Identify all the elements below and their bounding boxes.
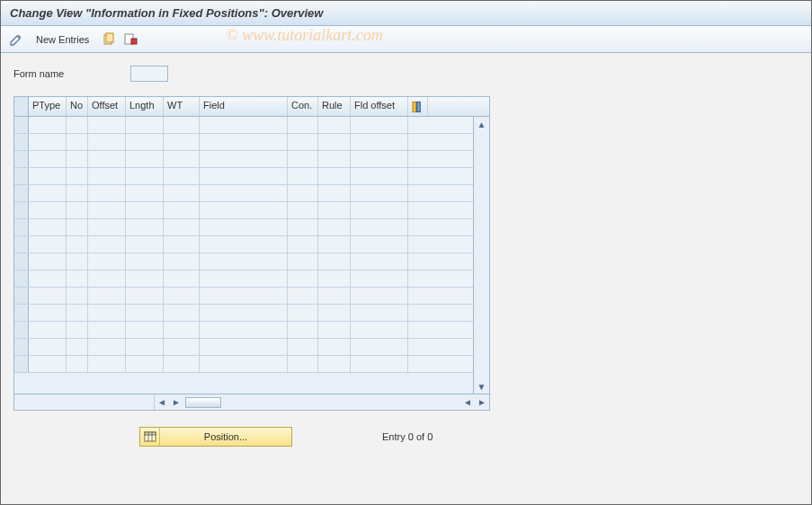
cell[interactable]	[126, 288, 164, 304]
table-row[interactable]	[14, 305, 473, 322]
cell[interactable]	[164, 168, 200, 184]
cell[interactable]	[318, 322, 351, 338]
col-field[interactable]: Field	[200, 97, 288, 116]
col-offset[interactable]: Offset	[88, 97, 126, 116]
cell[interactable]	[288, 236, 318, 252]
cell[interactable]	[29, 305, 67, 321]
cell[interactable]	[164, 270, 200, 287]
scroll-down-icon[interactable]: ▼	[475, 379, 489, 394]
table-row[interactable]	[14, 134, 473, 151]
cell[interactable]	[200, 168, 288, 184]
cell[interactable]	[29, 151, 67, 167]
cell[interactable]	[318, 168, 351, 184]
cell[interactable]	[67, 219, 88, 235]
table-row[interactable]	[14, 288, 473, 305]
cell[interactable]	[88, 270, 126, 287]
cell[interactable]	[200, 117, 288, 133]
row-selector[interactable]	[14, 253, 29, 270]
cell[interactable]	[88, 356, 126, 372]
cell[interactable]	[318, 305, 351, 321]
cell[interactable]	[29, 356, 67, 372]
position-button[interactable]: Position...	[139, 427, 292, 447]
row-selector[interactable]	[14, 117, 29, 133]
cell[interactable]	[164, 236, 200, 252]
cell[interactable]	[88, 202, 126, 218]
cell[interactable]	[318, 202, 351, 218]
cell[interactable]	[318, 151, 351, 167]
cell[interactable]	[126, 253, 164, 270]
col-no[interactable]: No	[67, 97, 88, 116]
row-selector[interactable]	[14, 219, 29, 235]
cell[interactable]	[164, 305, 200, 321]
cell[interactable]	[88, 253, 126, 270]
cell[interactable]	[126, 151, 164, 167]
cell[interactable]	[318, 270, 351, 287]
cell[interactable]	[67, 322, 88, 338]
cell[interactable]	[126, 270, 164, 287]
cell[interactable]	[200, 305, 288, 321]
cell[interactable]	[88, 236, 126, 252]
cell[interactable]	[200, 236, 288, 252]
cell[interactable]	[126, 356, 164, 372]
cell[interactable]	[288, 134, 318, 150]
cell[interactable]	[200, 288, 288, 304]
scroll-left-icon[interactable]: ◄	[155, 395, 169, 410]
cell[interactable]	[288, 117, 318, 133]
cell[interactable]	[67, 202, 88, 218]
cell[interactable]	[164, 339, 200, 355]
cell[interactable]	[88, 288, 126, 304]
vertical-scrollbar[interactable]: ▲ ▼	[473, 117, 489, 394]
cell[interactable]	[200, 339, 288, 355]
cell[interactable]	[164, 288, 200, 304]
cell[interactable]	[164, 219, 200, 235]
cell[interactable]	[351, 168, 408, 184]
cell[interactable]	[88, 134, 126, 150]
cell[interactable]	[288, 356, 318, 372]
row-selector[interactable]	[14, 270, 29, 287]
col-fldoffset[interactable]: Fld offset	[351, 97, 408, 116]
configure-columns-icon[interactable]	[408, 97, 428, 116]
cell[interactable]	[318, 185, 351, 201]
cell[interactable]	[67, 134, 88, 150]
cell[interactable]	[29, 168, 67, 184]
table-row[interactable]	[14, 322, 473, 339]
cell[interactable]	[318, 253, 351, 270]
cell[interactable]	[67, 151, 88, 167]
cell[interactable]	[288, 253, 318, 270]
cell[interactable]	[200, 270, 288, 287]
cell[interactable]	[67, 270, 88, 287]
cell[interactable]	[200, 202, 288, 218]
cell[interactable]	[88, 117, 126, 133]
table-row[interactable]	[14, 270, 473, 288]
cell[interactable]	[126, 202, 164, 218]
cell[interactable]	[318, 219, 351, 235]
table-row[interactable]	[14, 168, 473, 185]
table-row[interactable]	[14, 219, 473, 236]
cell[interactable]	[351, 288, 408, 304]
cell[interactable]	[288, 151, 318, 167]
cell[interactable]	[29, 322, 67, 338]
cell[interactable]	[318, 339, 351, 355]
cell[interactable]	[126, 117, 164, 133]
cell[interactable]	[288, 202, 318, 218]
copy-as-icon[interactable]	[101, 31, 117, 48]
col-wt[interactable]: WT	[164, 97, 200, 116]
cell[interactable]	[126, 322, 164, 338]
cell[interactable]	[318, 356, 351, 372]
cell[interactable]	[164, 117, 200, 133]
cell[interactable]	[126, 185, 164, 201]
cell[interactable]	[288, 168, 318, 184]
cell[interactable]	[29, 185, 67, 201]
cell[interactable]	[29, 339, 67, 355]
scroll-right-icon[interactable]: ►	[169, 395, 183, 410]
cell[interactable]	[351, 305, 408, 321]
cell[interactable]	[126, 134, 164, 150]
cell[interactable]	[67, 117, 88, 133]
cell[interactable]	[164, 185, 200, 201]
cell[interactable]	[29, 288, 67, 304]
cell[interactable]	[351, 117, 408, 133]
cell[interactable]	[351, 322, 408, 338]
cell[interactable]	[29, 117, 67, 133]
cell[interactable]	[164, 253, 200, 270]
cell[interactable]	[88, 305, 126, 321]
